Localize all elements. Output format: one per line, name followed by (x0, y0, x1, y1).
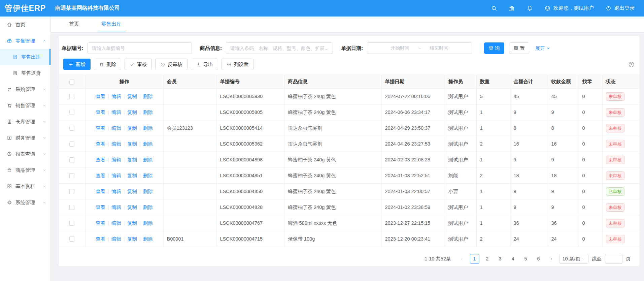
sidebar-item-retail-return[interactable]: 零售退货 (0, 65, 50, 81)
sidebar-item-purchase-manage[interactable]: 采购管理 (0, 81, 50, 97)
action-copy-link[interactable]: 复制 (127, 220, 137, 226)
action-copy-link[interactable]: 复制 (127, 157, 137, 162)
action-edit-link[interactable]: 编辑 (111, 141, 121, 147)
next-page-button[interactable] (547, 254, 556, 263)
audit-button[interactable]: 审核 (125, 59, 152, 70)
reset-button[interactable]: 重 置 (509, 42, 529, 54)
page-button-5[interactable]: 5 (521, 254, 531, 263)
sidebar-item-goods-manage[interactable]: 商品管理 (0, 162, 50, 178)
action-delete-link[interactable]: 删除 (143, 110, 153, 115)
sidebar-item-warehouse-manage[interactable]: 仓库管理 (0, 114, 50, 130)
row-checkbox[interactable] (69, 221, 74, 226)
action-view-link[interactable]: 查看 (96, 189, 105, 194)
action-delete-link[interactable]: 删除 (143, 125, 153, 131)
row-checkbox[interactable] (69, 237, 74, 242)
action-delete-link[interactable]: 删除 (143, 205, 153, 210)
page-button-3[interactable]: 3 (496, 254, 505, 263)
row-checkbox[interactable] (69, 142, 74, 147)
expand-link[interactable]: 展开 (535, 45, 550, 52)
action-copy-link[interactable]: 复制 (127, 125, 137, 131)
action-edit-link[interactable]: 编辑 (111, 110, 121, 115)
query-button[interactable]: 查 询 (484, 42, 504, 54)
bell-icon[interactable] (527, 5, 533, 11)
page-button-4[interactable]: 4 (508, 254, 518, 263)
row-checkbox[interactable] (69, 189, 74, 194)
action-delete-link[interactable]: 删除 (143, 157, 153, 162)
action-copy-link[interactable]: 复制 (127, 110, 137, 115)
page-button-6[interactable]: 6 (534, 254, 543, 263)
column-header[interactable]: 收款金额 (548, 75, 579, 89)
action-edit-link[interactable]: 编辑 (111, 220, 121, 226)
action-copy-link[interactable]: 复制 (127, 189, 137, 194)
action-view-link[interactable]: 查看 (96, 125, 105, 131)
action-copy-link[interactable]: 复制 (127, 141, 137, 147)
column-settings-button[interactable]: 列设置 (222, 59, 254, 70)
export-button[interactable]: 导出 (191, 59, 218, 70)
sidebar-item-base-data[interactable]: 基本资料 (0, 178, 50, 194)
action-copy-link[interactable]: 复制 (127, 205, 137, 210)
action-view-link[interactable]: 查看 (96, 205, 105, 210)
action-delete-link[interactable]: 删除 (143, 189, 153, 194)
action-view-link[interactable]: 查看 (96, 110, 105, 115)
welcome-user[interactable]: 欢迎您，测试用户 (544, 5, 594, 11)
action-delete-link[interactable]: 删除 (143, 94, 153, 99)
action-edit-link[interactable]: 编辑 (111, 205, 121, 210)
action-edit-link[interactable]: 编辑 (111, 189, 121, 194)
bill-no-input[interactable] (88, 42, 192, 54)
action-edit-link[interactable]: 编辑 (111, 157, 121, 162)
action-edit-link[interactable]: 编辑 (111, 125, 121, 131)
sidebar-item-sales-manage[interactable]: 销售管理 (0, 97, 50, 114)
prev-page-button[interactable] (457, 254, 467, 263)
column-header[interactable]: 找零 (579, 75, 602, 89)
action-delete-link[interactable]: 删除 (143, 220, 153, 226)
unaudit-button[interactable]: 反审核 (155, 59, 188, 70)
action-edit-link[interactable]: 编辑 (111, 94, 121, 99)
column-header[interactable]: 数量 (476, 75, 510, 89)
column-header[interactable]: 单据编号 (216, 75, 284, 89)
action-copy-link[interactable]: 复制 (127, 236, 137, 242)
row-checkbox[interactable] (69, 205, 74, 210)
page-size-select[interactable]: 10 条/页 (560, 254, 588, 264)
logout-button[interactable]: 退出登录 (605, 5, 635, 11)
help-icon[interactable] (628, 61, 635, 68)
sidebar-item-system-manage[interactable]: 系统管理 (0, 194, 50, 211)
column-header[interactable]: 操作员 (445, 75, 476, 89)
date-range-input[interactable]: 开始时间 ~ 结束时间 (367, 42, 472, 54)
action-edit-link[interactable]: 编辑 (111, 236, 121, 242)
action-view-link[interactable]: 查看 (96, 157, 105, 162)
sidebar-item-retail-outbound[interactable]: 零售出库 (0, 49, 50, 65)
bank-icon[interactable] (509, 5, 515, 11)
action-view-link[interactable]: 查看 (96, 173, 105, 178)
delete-button[interactable]: 删除 (94, 59, 121, 70)
column-header[interactable]: 会员 (163, 75, 216, 89)
action-view-link[interactable]: 查看 (96, 220, 105, 226)
add-button[interactable]: 新增 (63, 59, 91, 70)
row-checkbox[interactable] (69, 126, 74, 131)
action-copy-link[interactable]: 复制 (127, 173, 137, 178)
row-checkbox[interactable] (69, 94, 74, 99)
action-delete-link[interactable]: 删除 (143, 236, 153, 242)
sidebar-item-finance-manage[interactable]: 财务管理 (0, 130, 50, 146)
action-view-link[interactable]: 查看 (96, 94, 105, 99)
action-delete-link[interactable]: 删除 (143, 141, 153, 147)
column-header[interactable]: 金额合计 (510, 75, 548, 89)
column-header[interactable]: 操作 (85, 75, 163, 89)
page-button-1[interactable]: 1 (470, 254, 479, 263)
row-checkbox[interactable] (69, 173, 74, 178)
action-copy-link[interactable]: 复制 (127, 94, 137, 99)
sidebar-item-home[interactable]: 首页 (0, 17, 50, 33)
action-view-link[interactable]: 查看 (96, 236, 105, 242)
tab-retail-outbound[interactable]: 零售出库 (97, 17, 126, 32)
action-view-link[interactable]: 查看 (96, 141, 105, 147)
page-button-2[interactable]: 2 (483, 254, 492, 263)
row-checkbox[interactable] (69, 157, 74, 162)
sidebar-item-retail-manage[interactable]: 零售管理 (0, 33, 50, 49)
row-checkbox[interactable] (69, 110, 74, 115)
sidebar-item-report-query[interactable]: 报表查询 (0, 146, 50, 162)
column-header[interactable]: 商品信息 (284, 75, 381, 89)
tab-home[interactable]: 首页 (65, 17, 83, 32)
action-edit-link[interactable]: 编辑 (111, 173, 121, 178)
column-header[interactable]: 状态 (602, 75, 639, 89)
jump-page-input[interactable] (605, 254, 622, 264)
select-all-checkbox[interactable] (69, 80, 74, 85)
